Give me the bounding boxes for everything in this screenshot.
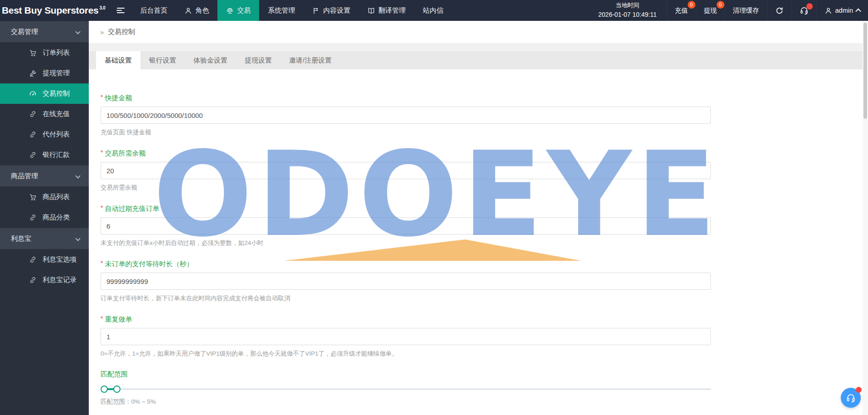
sidebar-item-interest-options[interactable]: 利息宝选项: [0, 249, 89, 270]
recharge-button[interactable]: 充值 0: [667, 0, 696, 21]
sidebar: 交易管理 订单列表 提现管理 交易控制 在线充值 代付列表 银行汇款 商品管理 …: [0, 21, 89, 415]
field-label: *未订单的支付等待时长（秒）: [101, 259, 711, 269]
topbar: Best Buy Superstores 3.0 后台首页 角色 交易 系统管理…: [0, 0, 868, 21]
form-field: *重复做单 0=不允许，1=允许，如果昨天用户做了VIP1级别的单，那么他今天就…: [101, 315, 711, 358]
field-label: 匹配范围: [101, 370, 711, 379]
scales-icon: [226, 7, 234, 15]
match-range-slider[interactable]: [101, 386, 711, 393]
sidebar-item-bank-transfer[interactable]: 银行汇款: [0, 145, 89, 165]
required-asterisk: *: [101, 204, 103, 211]
match-range-field: 匹配范围 匹配范围：0% ~ 5% 系统自动给用户派单的金额范围，计算公式：用户…: [101, 370, 711, 415]
user-icon: [825, 7, 832, 15]
form-field: *快捷金额 充值页面 快捷金额: [101, 93, 711, 137]
sidebar-item-trade-control[interactable]: 交易控制: [0, 83, 89, 104]
tab-label: 邀请/注册设置: [289, 56, 332, 65]
sidebar-item-payout-list[interactable]: 代付列表: [0, 124, 89, 145]
support-button[interactable]: [791, 0, 816, 21]
refresh-icon: [775, 6, 784, 15]
nav-label: 系统管理: [268, 6, 295, 15]
form-field: *交易所需余额 交易所需余额: [101, 149, 711, 192]
tab-withdraw-settings[interactable]: 提现设置: [236, 51, 280, 69]
repeat-order-input[interactable]: [101, 328, 711, 345]
withdraw-button[interactable]: 提现 0: [696, 0, 725, 21]
field-help: 充值页面 快捷金额: [101, 128, 711, 137]
user-menu[interactable]: admin: [816, 0, 868, 21]
sidebar-toggle-button[interactable]: [110, 0, 131, 21]
slider-handle-max[interactable]: [113, 386, 121, 393]
sidebar-item-label: 商品列表: [43, 193, 70, 201]
chevron-up-icon: [855, 8, 861, 14]
link-icon: [29, 256, 37, 264]
link-icon: [29, 110, 37, 118]
nav-item-content[interactable]: 内容设置: [304, 0, 359, 21]
sidebar-item-order-list[interactable]: 订单列表: [0, 43, 89, 63]
scrollbar-thumb[interactable]: [863, 23, 867, 119]
nav-item-dashboard[interactable]: 后台首页: [131, 0, 176, 21]
sidebar-group-label: 利息宝: [11, 234, 31, 243]
chevron-down-icon: [75, 236, 80, 241]
link-icon: [29, 214, 37, 221]
book-icon: [367, 7, 375, 15]
link-icon: [29, 151, 37, 159]
tab-label: 提现设置: [245, 56, 272, 65]
local-time-value: 2026-01-07 10:49:11: [598, 10, 657, 19]
field-help: 0=不允许，1=允许，如果昨天用户做了VIP1级别的单，那么他今天就做不了VIP…: [101, 350, 711, 358]
sidebar-group-trade[interactable]: 交易管理: [0, 21, 89, 43]
nav-item-trade[interactable]: 交易: [217, 0, 259, 21]
vertical-scrollbar[interactable]: [863, 21, 868, 415]
app-logo-text: Best Buy Superstores: [2, 5, 98, 16]
nav-item-translate[interactable]: 翻译管理: [359, 0, 414, 21]
sidebar-group-label: 商品管理: [11, 172, 38, 181]
support-notification-dot: [806, 3, 813, 10]
user-icon: [184, 7, 192, 15]
sidebar-item-online-recharge[interactable]: 在线充值: [0, 104, 89, 124]
sidebar-group-goods[interactable]: 商品管理: [0, 165, 89, 187]
link-icon: [29, 131, 37, 138]
nav-label: 站内信: [423, 6, 443, 15]
sidebar-item-withdraw-mgmt[interactable]: 提现管理: [0, 63, 89, 83]
slider-handle-min[interactable]: [101, 386, 108, 393]
field-help: 未支付的充值订单x小时后自动过期，必须为整数，如24小时: [101, 239, 711, 247]
nav-item-roles[interactable]: 角色: [176, 0, 217, 21]
quick-amount-input[interactable]: [101, 107, 711, 124]
clear-cache-button[interactable]: 清理缓存: [725, 0, 767, 21]
tab-bank-settings[interactable]: 银行设置: [140, 51, 185, 69]
payment-wait-time-input[interactable]: [101, 273, 711, 290]
gavel-icon: [29, 69, 37, 77]
slider-track[interactable]: [101, 388, 711, 390]
field-label: *自动过期充值订单: [101, 204, 711, 213]
app-version: 3.0: [99, 5, 105, 10]
tab-basic-settings[interactable]: 基础设置: [96, 51, 140, 69]
floating-support-button[interactable]: [841, 388, 861, 408]
refresh-button[interactable]: [767, 0, 791, 21]
tab-trial-fund-settings[interactable]: 体验金设置: [185, 51, 236, 69]
nav-label: 后台首页: [140, 6, 167, 15]
cart-icon: [29, 193, 37, 201]
page-title: 交易控制: [108, 28, 135, 36]
sidebar-item-goods-list[interactable]: 商品列表: [0, 187, 89, 207]
nav-label: 翻译管理: [378, 6, 405, 15]
sidebar-group-interest[interactable]: 利息宝: [0, 228, 89, 249]
match-range-value: 匹配范围：0% ~ 5%: [101, 398, 711, 406]
withdraw-badge: 0: [717, 1, 724, 9]
basic-settings-form: *快捷金额 充值页面 快捷金额 *交易所需余额 交易所需余额 *自动过期充值订单…: [89, 69, 868, 415]
chevron-down-icon: [75, 173, 80, 178]
required-balance-input[interactable]: [101, 162, 711, 179]
topbar-right: 当地时间 2026-01-07 10:49:11 充值 0 提现 0 清理缓存 …: [588, 0, 868, 21]
breadcrumb-arrow-icon: »: [100, 28, 104, 36]
support-notification-dot: [856, 387, 862, 393]
sidebar-item-interest-records[interactable]: 利息宝记录: [0, 270, 89, 290]
nav-item-system[interactable]: 系统管理: [259, 0, 304, 21]
auto-expire-order-input[interactable]: [101, 217, 711, 234]
field-help: 交易所需余额: [101, 184, 711, 192]
nav-label: 交易: [237, 6, 251, 15]
required-asterisk: *: [101, 315, 103, 322]
required-asterisk: *: [101, 259, 103, 267]
local-time: 当地时间 2026-01-07 10:49:11: [588, 0, 667, 21]
breadcrumb: » 交易控制: [89, 21, 868, 44]
sidebar-item-goods-category[interactable]: 商品分类: [0, 207, 89, 228]
chevron-down-icon: [75, 29, 80, 34]
tab-invite-register-settings[interactable]: 邀请/注册设置: [280, 51, 340, 69]
app-logo[interactable]: Best Buy Superstores 3.0: [0, 0, 110, 21]
nav-item-messages[interactable]: 站内信: [414, 0, 452, 21]
